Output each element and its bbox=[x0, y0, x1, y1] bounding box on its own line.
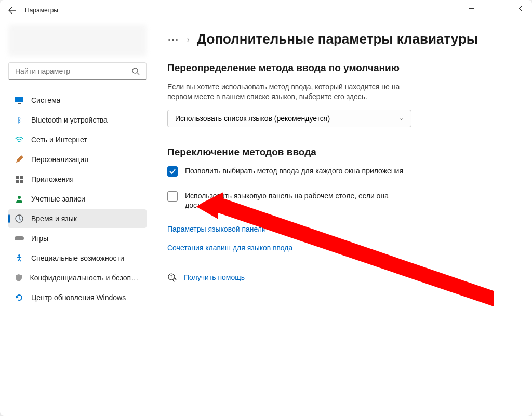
breadcrumb: ⋯ › Дополнительные параметры клавиатуры bbox=[167, 31, 507, 47]
default-input-method-dropdown[interactable]: Использовать список языков (рекомендуетс… bbox=[167, 110, 411, 127]
sidebar-item-system[interactable]: Система bbox=[8, 91, 147, 110]
get-help-link[interactable]: Получить помощь bbox=[184, 273, 245, 281]
sidebar-item-bluetooth[interactable]: ᛒ Bluetooth и устройства bbox=[8, 111, 147, 129]
sidebar-item-accessibility[interactable]: Специальные возможности bbox=[8, 249, 147, 267]
help-row: ? Получить помощь bbox=[167, 273, 507, 282]
sidebar-item-label: Конфиденциальность и безопасность bbox=[30, 274, 140, 282]
sidebar-item-label: Персонализация bbox=[31, 155, 88, 164]
sidebar: Система ᛒ Bluetooth и устройства Сеть и … bbox=[0, 21, 151, 416]
sidebar-item-timelang[interactable]: Время и язык bbox=[8, 209, 147, 228]
search-icon bbox=[131, 67, 140, 75]
titlebar: Параметры bbox=[0, 0, 532, 21]
svg-rect-2 bbox=[15, 97, 23, 102]
sidebar-item-label: Bluetooth и устройства bbox=[31, 116, 108, 124]
svg-text:?: ? bbox=[170, 274, 172, 279]
langbar-label: Использовать языковую панель на рабочем … bbox=[185, 191, 411, 211]
back-button[interactable] bbox=[4, 2, 21, 19]
window-controls bbox=[459, 0, 531, 17]
language-bar-options-link[interactable]: Параметры языковой панели bbox=[167, 225, 507, 233]
bluetooth-icon: ᛒ bbox=[15, 115, 24, 125]
sidebar-item-network[interactable]: Сеть и Интернет bbox=[8, 130, 147, 149]
system-icon bbox=[15, 96, 24, 105]
per-window-label: Позволить выбирать метод ввода для каждо… bbox=[185, 166, 403, 176]
sidebar-item-accounts[interactable]: Учетные записи bbox=[8, 190, 147, 208]
profile-card[interactable] bbox=[8, 25, 147, 56]
svg-point-14 bbox=[173, 278, 176, 281]
minimize-button[interactable] bbox=[459, 0, 483, 17]
svg-point-1 bbox=[132, 68, 138, 73]
section-override-desc: Если вы хотите использовать метод ввода,… bbox=[167, 82, 411, 102]
sidebar-item-gaming[interactable]: Игры bbox=[8, 229, 147, 248]
network-icon bbox=[15, 135, 24, 144]
main-content: ⋯ › Дополнительные параметры клавиатуры … bbox=[151, 21, 532, 416]
chevron-right-icon: › bbox=[187, 35, 190, 44]
layout: Система ᛒ Bluetooth и устройства Сеть и … bbox=[0, 21, 532, 416]
svg-point-8 bbox=[18, 196, 21, 199]
search-box[interactable] bbox=[8, 62, 147, 80]
minimize-icon bbox=[469, 6, 474, 11]
dropdown-value: Использовать список языков (рекомендуетс… bbox=[175, 114, 330, 123]
chevron-down-icon: ⌄ bbox=[399, 115, 404, 122]
sidebar-item-label: Центр обновления Windows bbox=[31, 293, 126, 302]
accessibility-icon bbox=[15, 253, 24, 263]
svg-rect-3 bbox=[18, 103, 21, 104]
svg-rect-5 bbox=[20, 176, 23, 179]
apps-icon bbox=[15, 175, 24, 184]
window-title: Параметры bbox=[25, 7, 58, 14]
sidebar-item-label: Специальные возможности bbox=[31, 254, 124, 262]
privacy-icon bbox=[15, 273, 23, 283]
per-window-checkbox[interactable] bbox=[167, 166, 178, 177]
close-button[interactable] bbox=[507, 0, 531, 17]
langbar-checkbox[interactable] bbox=[167, 191, 178, 202]
breadcrumb-ellipsis[interactable]: ⋯ bbox=[167, 33, 180, 46]
checkbox-row-per-window: Позволить выбирать метод ввода для каждо… bbox=[167, 166, 411, 177]
nav-list: Система ᛒ Bluetooth и устройства Сеть и … bbox=[8, 91, 147, 307]
settings-window: Параметры С bbox=[0, 0, 532, 416]
svg-rect-10 bbox=[15, 236, 24, 240]
sidebar-item-label: Игры bbox=[31, 234, 48, 243]
accounts-icon bbox=[15, 194, 24, 204]
maximize-icon bbox=[493, 6, 498, 11]
maximize-button[interactable] bbox=[483, 0, 507, 17]
close-icon bbox=[516, 6, 522, 11]
section-switching-title: Переключение методов ввода bbox=[167, 146, 507, 159]
sidebar-item-label: Учетные записи bbox=[31, 195, 85, 203]
svg-rect-0 bbox=[493, 6, 498, 11]
help-icon: ? bbox=[167, 273, 177, 282]
personalization-icon bbox=[15, 155, 24, 164]
sidebar-item-label: Сеть и Интернет bbox=[31, 136, 87, 144]
gaming-icon bbox=[15, 234, 24, 243]
svg-rect-4 bbox=[16, 176, 19, 179]
search-input[interactable] bbox=[15, 67, 131, 75]
back-arrow-icon bbox=[8, 6, 17, 15]
sidebar-item-label: Приложения bbox=[31, 175, 74, 183]
sidebar-item-personalization[interactable]: Персонализация bbox=[8, 150, 147, 169]
sidebar-item-label: Время и язык bbox=[31, 214, 77, 223]
timelang-icon bbox=[15, 214, 24, 223]
input-hotkeys-link[interactable]: Сочетания клавиш для языков ввода bbox=[167, 244, 507, 252]
svg-rect-7 bbox=[20, 180, 23, 183]
sidebar-item-update[interactable]: Центр обновления Windows bbox=[8, 288, 147, 307]
section-override-title: Переопределение метода ввода по умолчани… bbox=[167, 62, 507, 75]
sidebar-item-label: Система bbox=[31, 96, 60, 104]
sidebar-item-apps[interactable]: Приложения bbox=[8, 170, 147, 189]
checkbox-row-langbar: Использовать языковую панель на рабочем … bbox=[167, 191, 411, 211]
sidebar-item-privacy[interactable]: Конфиденциальность и безопасность bbox=[8, 269, 147, 287]
page-title: Дополнительные параметры клавиатуры bbox=[197, 31, 478, 47]
svg-point-11 bbox=[18, 254, 20, 257]
update-icon bbox=[15, 293, 24, 302]
svg-rect-6 bbox=[16, 180, 19, 183]
